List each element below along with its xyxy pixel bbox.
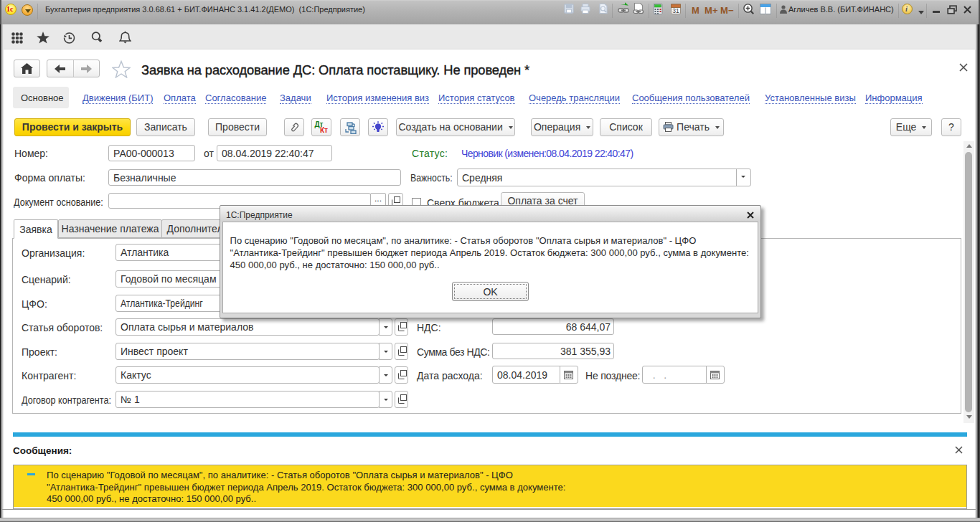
- svg-text:31: 31: [672, 7, 679, 14]
